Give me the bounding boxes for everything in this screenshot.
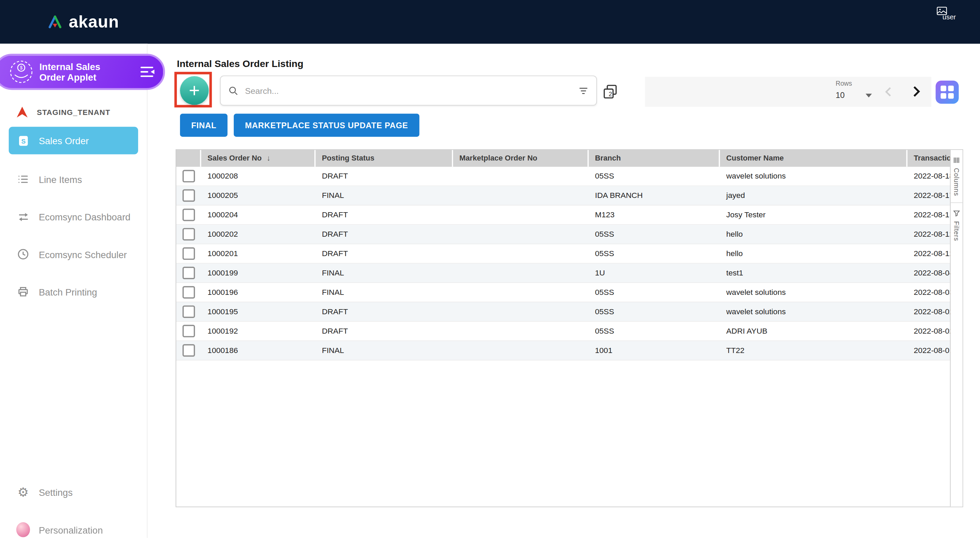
sidebar-item-ecomsync-scheduler[interactable]: Ecomsync Scheduler	[9, 242, 138, 267]
cell-sales-order-no: 1000208	[201, 172, 315, 181]
sort-descending-icon[interactable]: ↓	[267, 154, 270, 163]
sidebar-item-sales-order[interactable]: S Sales Order	[9, 127, 138, 154]
row-checkbox[interactable]	[182, 286, 195, 298]
svg-text:2: 2	[609, 91, 612, 98]
top-bar: akaun user	[0, 0, 980, 44]
cell-customer-name: wavelet solutions	[720, 308, 907, 316]
cell-transaction-date: 2022-08-12	[907, 249, 951, 258]
tenant-logo-icon	[15, 105, 29, 119]
row-checkbox[interactable]	[182, 305, 195, 318]
row-checkbox[interactable]	[182, 344, 195, 357]
select-all-header	[176, 150, 201, 167]
user-avatar[interactable]: user	[935, 6, 966, 21]
cell-branch: 05SS	[589, 308, 720, 316]
row-checkbox[interactable]	[182, 267, 195, 279]
header-customer-name[interactable]: Customer Name	[720, 150, 907, 167]
table-row[interactable]: 1000208 DRAFT 05SS wavelet solutions 202…	[176, 167, 951, 186]
personalization-avatar	[16, 523, 30, 536]
cell-posting-status: FINAL	[316, 191, 453, 200]
sidebar-item-label: Settings	[39, 487, 73, 498]
cell-branch: IDA BRANCH	[589, 191, 720, 200]
logo-text: akaun	[69, 12, 119, 32]
rows-per-page-select[interactable]: 10	[836, 90, 872, 100]
applet-title: Internal Sales Order Applet	[40, 61, 118, 83]
cell-customer-name: wavelet solutions	[720, 172, 907, 181]
filter-lines-icon[interactable]	[578, 86, 589, 96]
gear-icon: ⚙	[16, 485, 30, 499]
sidebar-item-line-items[interactable]: Line Items	[9, 167, 138, 192]
tenant-name: STAGING_TENANT	[37, 108, 110, 117]
grid-view-button[interactable]	[936, 81, 959, 104]
cell-customer-name: TT22	[720, 346, 907, 355]
search-icon	[228, 86, 239, 96]
row-checkbox-cell	[176, 247, 201, 260]
cell-customer-name: test1	[720, 269, 907, 278]
final-button[interactable]: FINAL	[180, 114, 228, 137]
filters-rail-button[interactable]: Filters	[951, 202, 963, 247]
tenant-row[interactable]: STAGING_TENANT	[15, 105, 110, 119]
sidebar-item-label: Line Items	[39, 174, 82, 185]
akaun-logo: akaun	[48, 12, 119, 32]
cell-posting-status: DRAFT	[316, 230, 453, 239]
applet-header[interactable]: $ Internal Sales Order Applet	[0, 54, 165, 90]
sidebar-item-batch-printing[interactable]: Batch Printing	[9, 279, 138, 304]
cell-transaction-date: 2022-08-01	[907, 346, 951, 355]
table-row[interactable]: 1000192 DRAFT 05SS ADRI AYUB 2022-08-02	[176, 322, 951, 341]
svg-text:$: $	[20, 65, 23, 70]
row-checkbox-cell	[176, 170, 201, 183]
add-button[interactable]: +	[180, 76, 208, 105]
table-row[interactable]: 1000186 FINAL 1001 TT22 2022-08-01	[176, 341, 951, 360]
table-header-row: Sales Order No↓ Posting Status Marketpla…	[176, 150, 951, 167]
cell-posting-status: FINAL	[316, 288, 453, 297]
chevron-down-icon	[866, 94, 872, 97]
header-posting-status[interactable]: Posting Status	[316, 150, 453, 167]
previous-page-button[interactable]	[881, 84, 896, 99]
app-root: akaun user $ Internal Sales Order Applet	[0, 0, 980, 538]
header-label: Sales Order No	[208, 154, 262, 163]
listing-card: Sales Order No↓ Posting Status Marketpla…	[176, 149, 963, 507]
cell-posting-status: FINAL	[316, 269, 453, 278]
collapse-sidebar-icon[interactable]	[140, 63, 156, 80]
row-checkbox-cell	[176, 286, 201, 298]
user-label: user	[943, 13, 966, 21]
table-row[interactable]: 1000199 FINAL 1U test1 2022-08-04	[176, 263, 951, 283]
search-input[interactable]	[243, 86, 573, 96]
cell-transaction-date: 2022-08-1	[907, 211, 951, 219]
table-row[interactable]: 1000195 DRAFT 05SS wavelet solutions 202…	[176, 302, 951, 322]
marketplace-status-update-button[interactable]: MARKETPLACE STATUS UPDATE PAGE	[234, 114, 419, 137]
table-row[interactable]: 1000205 FINAL IDA BRANCH jayed 2022-08-1…	[176, 186, 951, 205]
row-checkbox[interactable]	[182, 170, 195, 183]
cell-branch: 05SS	[589, 327, 720, 336]
cell-sales-order-no: 1000202	[201, 230, 315, 239]
sidebar-item-settings[interactable]: ⚙ Settings	[9, 480, 138, 505]
plus-icon: +	[189, 81, 200, 100]
sidebar-item-personalization[interactable]: Personalization	[9, 517, 138, 538]
cell-customer-name: wavelet solutions	[720, 288, 907, 297]
sales-order-applet-icon: $	[10, 60, 33, 84]
header-sales-order-no[interactable]: Sales Order No↓	[201, 150, 315, 167]
sidebar-item-ecomsync-dashboard[interactable]: Ecomsync Dashboard	[9, 205, 138, 229]
header-transaction-date[interactable]: Transaction Date	[907, 150, 951, 167]
cell-posting-status: FINAL	[316, 346, 453, 355]
row-checkbox-cell	[176, 267, 201, 279]
sidebar-item-label: Ecomsync Scheduler	[39, 249, 127, 259]
row-checkbox[interactable]	[182, 228, 195, 240]
table-row[interactable]: 1000196 FINAL 05SS wavelet solutions 202…	[176, 283, 951, 302]
header-branch[interactable]: Branch	[589, 150, 720, 167]
cell-customer-name: jayed	[720, 191, 907, 200]
table-row[interactable]: 1000204 DRAFT M123 Josy Tester 2022-08-1	[176, 205, 951, 225]
row-checkbox[interactable]	[182, 208, 195, 221]
funnel-icon	[953, 209, 961, 217]
table-row[interactable]: 1000202 DRAFT 05SS hello 2022-08-12	[176, 225, 951, 244]
row-checkbox-cell	[176, 325, 201, 337]
cell-posting-status: DRAFT	[316, 308, 453, 316]
duplicate-pages-icon[interactable]: 2	[602, 84, 618, 100]
row-checkbox[interactable]	[182, 247, 195, 260]
table-row[interactable]: 1000201 DRAFT 05SS hello 2022-08-12	[176, 244, 951, 263]
columns-rail-button[interactable]: Columns	[951, 150, 963, 202]
row-checkbox[interactable]	[182, 189, 195, 202]
printer-icon	[16, 285, 30, 298]
header-marketplace-order-no[interactable]: Marketplace Order No	[453, 150, 589, 167]
row-checkbox[interactable]	[182, 325, 195, 337]
next-page-button[interactable]	[907, 83, 924, 100]
